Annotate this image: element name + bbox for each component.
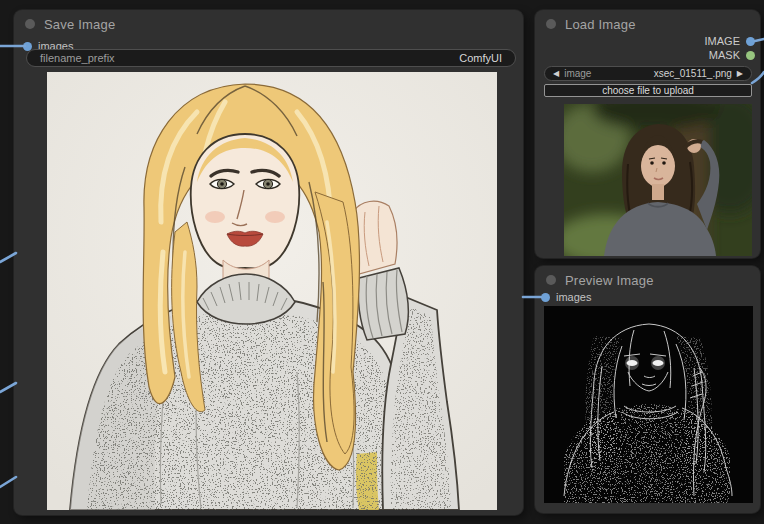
- combo-next-arrow-icon[interactable]: ▶: [737, 70, 743, 78]
- image-combo-widget[interactable]: ◀ image xsec_01511_.png ▶: [544, 66, 752, 81]
- collapse-dot[interactable]: [546, 19, 556, 29]
- preview-image-node[interactable]: Preview Image images: [535, 266, 760, 513]
- save-image-node-header[interactable]: Save Image: [14, 10, 523, 38]
- combo-value: xsec_01511_.png: [654, 68, 732, 79]
- widget-name: filename_prefix: [40, 52, 115, 64]
- input-socket-label: images: [556, 291, 591, 303]
- save-image-node[interactable]: Save Image images filename_prefix ComfyU…: [14, 10, 523, 515]
- output-socket-mask[interactable]: [746, 51, 755, 60]
- node-title: Preview Image: [565, 273, 654, 288]
- load-image-node[interactable]: Load Image IMAGE MASK ◀ image xsec_01511…: [535, 10, 760, 258]
- choose-file-button[interactable]: choose file to upload: [544, 84, 752, 97]
- output-socket-image[interactable]: [746, 37, 755, 46]
- save-image-preview: [47, 72, 497, 510]
- node-canvas[interactable]: Save Image images filename_prefix ComfyU…: [0, 0, 764, 524]
- combo-prev-arrow-icon[interactable]: ◀: [553, 70, 559, 78]
- collapse-dot[interactable]: [546, 275, 556, 285]
- loaded-photo-illustration: [564, 104, 752, 256]
- output-socket-label-image: IMAGE: [705, 35, 740, 47]
- widget-value: ComfyUI: [459, 52, 502, 64]
- watercolor-portrait-illustration: [47, 72, 497, 510]
- filename-prefix-widget[interactable]: filename_prefix ComfyUI: [26, 49, 516, 67]
- preview-image-canvas: [544, 306, 753, 503]
- node-title: Save Image: [44, 17, 115, 32]
- edge-map-illustration: [544, 306, 753, 503]
- load-image-photo: [564, 104, 752, 256]
- output-socket-label-mask: MASK: [709, 49, 740, 61]
- node-title: Load Image: [565, 17, 636, 32]
- input-socket-images[interactable]: [541, 293, 550, 302]
- collapse-dot[interactable]: [25, 19, 35, 29]
- combo-label: image: [564, 68, 591, 79]
